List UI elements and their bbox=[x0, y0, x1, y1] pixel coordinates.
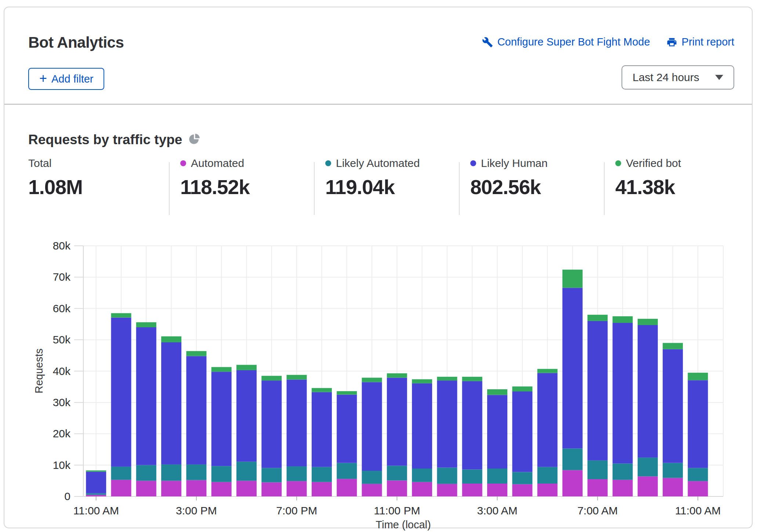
bar-hour-13[interactable] bbox=[412, 379, 432, 496]
bar-segment[interactable] bbox=[512, 391, 532, 472]
bar-segment[interactable] bbox=[337, 463, 357, 479]
bar-segment[interactable] bbox=[261, 468, 282, 482]
bar-hour-21[interactable] bbox=[613, 316, 633, 496]
bar-hour-8[interactable] bbox=[287, 375, 307, 496]
bar-segment[interactable] bbox=[688, 481, 708, 496]
bar-segment[interactable] bbox=[312, 392, 332, 467]
bar-segment[interactable] bbox=[111, 467, 131, 480]
bar-segment[interactable] bbox=[638, 319, 658, 325]
bar-segment[interactable] bbox=[136, 481, 156, 496]
bar-segment[interactable] bbox=[663, 478, 683, 496]
bar-segment[interactable] bbox=[613, 316, 633, 323]
bar-segment[interactable] bbox=[587, 460, 608, 479]
bar-segment[interactable] bbox=[437, 377, 457, 380]
bar-hour-10[interactable] bbox=[337, 391, 357, 496]
bar-segment[interactable] bbox=[211, 466, 232, 482]
bar-hour-6[interactable] bbox=[236, 365, 257, 496]
bar-segment[interactable] bbox=[462, 377, 482, 381]
bar-segment[interactable] bbox=[161, 481, 181, 496]
bar-segment[interactable] bbox=[362, 382, 382, 471]
bar-segment[interactable] bbox=[312, 482, 332, 496]
bar-segment[interactable] bbox=[337, 391, 357, 394]
time-range-select[interactable]: Last 24 hours bbox=[622, 65, 734, 90]
bar-segment[interactable] bbox=[537, 373, 558, 467]
bar-hour-7[interactable] bbox=[261, 376, 282, 496]
bar-segment[interactable] bbox=[462, 470, 482, 484]
bar-segment[interactable] bbox=[136, 465, 156, 481]
bar-segment[interactable] bbox=[186, 464, 206, 480]
bar-segment[interactable] bbox=[362, 471, 382, 484]
bar-hour-24[interactable] bbox=[688, 373, 708, 496]
bar-segment[interactable] bbox=[236, 365, 257, 370]
bar-segment[interactable] bbox=[111, 318, 131, 467]
bar-segment[interactable] bbox=[437, 484, 457, 496]
bar-segment[interactable] bbox=[337, 395, 357, 463]
bar-segment[interactable] bbox=[587, 321, 608, 460]
bar-segment[interactable] bbox=[387, 480, 407, 496]
bar-segment[interactable] bbox=[186, 356, 206, 464]
bar-segment[interactable] bbox=[487, 469, 507, 484]
bar-segment[interactable] bbox=[136, 327, 156, 465]
bar-hour-11[interactable] bbox=[362, 378, 382, 496]
bar-hour-0[interactable] bbox=[86, 470, 106, 496]
bar-hour-17[interactable] bbox=[512, 386, 532, 496]
bar-hour-19[interactable] bbox=[562, 270, 583, 496]
bar-segment[interactable] bbox=[211, 367, 232, 372]
bar-segment[interactable] bbox=[562, 470, 583, 496]
bar-segment[interactable] bbox=[562, 270, 583, 288]
bar-segment[interactable] bbox=[387, 466, 407, 480]
bar-segment[interactable] bbox=[236, 481, 257, 496]
bar-segment[interactable] bbox=[412, 482, 432, 496]
bar-segment[interactable] bbox=[688, 373, 708, 380]
bar-segment[interactable] bbox=[86, 495, 106, 496]
bar-segment[interactable] bbox=[437, 380, 457, 467]
bar-segment[interactable] bbox=[261, 380, 282, 468]
bar-segment[interactable] bbox=[161, 464, 181, 481]
bar-segment[interactable] bbox=[111, 313, 131, 318]
bar-segment[interactable] bbox=[512, 386, 532, 391]
bar-segment[interactable] bbox=[312, 467, 332, 482]
bar-hour-14[interactable] bbox=[437, 377, 457, 496]
bar-segment[interactable] bbox=[688, 468, 708, 481]
stat-likely-automated[interactable]: Likely Automated 119.04k bbox=[325, 157, 420, 199]
bar-segment[interactable] bbox=[663, 349, 683, 463]
bar-segment[interactable] bbox=[613, 323, 633, 463]
bar-segment[interactable] bbox=[437, 467, 457, 484]
stat-verified-bot[interactable]: Verified bot 41.38k bbox=[615, 157, 681, 199]
bar-hour-23[interactable] bbox=[663, 343, 683, 496]
bar-segment[interactable] bbox=[412, 379, 432, 383]
bar-hour-16[interactable] bbox=[487, 389, 507, 496]
bar-segment[interactable] bbox=[537, 484, 558, 496]
bar-segment[interactable] bbox=[663, 343, 683, 349]
bar-hour-5[interactable] bbox=[211, 367, 232, 496]
bar-segment[interactable] bbox=[462, 484, 482, 496]
bar-segment[interactable] bbox=[261, 376, 282, 380]
bar-segment[interactable] bbox=[487, 484, 507, 496]
bar-segment[interactable] bbox=[261, 482, 282, 496]
bar-hour-20[interactable] bbox=[587, 315, 608, 496]
bar-segment[interactable] bbox=[638, 458, 658, 476]
bar-hour-22[interactable] bbox=[638, 319, 658, 496]
bar-segment[interactable] bbox=[111, 480, 131, 496]
bar-segment[interactable] bbox=[236, 462, 257, 481]
bar-segment[interactable] bbox=[186, 480, 206, 496]
bar-segment[interactable] bbox=[613, 480, 633, 496]
bar-hour-3[interactable] bbox=[161, 336, 181, 496]
bar-segment[interactable] bbox=[236, 370, 257, 462]
configure-super-bot-fight-mode-link[interactable]: Configure Super Bot Fight Mode bbox=[482, 36, 650, 48]
bar-hour-4[interactable] bbox=[186, 351, 206, 496]
bar-segment[interactable] bbox=[312, 388, 332, 392]
bar-hour-18[interactable] bbox=[537, 369, 558, 496]
bar-segment[interactable] bbox=[412, 469, 432, 482]
bar-segment[interactable] bbox=[161, 336, 181, 342]
bar-segment[interactable] bbox=[537, 467, 558, 484]
bar-segment[interactable] bbox=[211, 482, 232, 496]
bar-segment[interactable] bbox=[688, 380, 708, 468]
stat-automated[interactable]: Automated 118.52k bbox=[180, 157, 250, 199]
bar-hour-15[interactable] bbox=[462, 377, 482, 496]
bar-segment[interactable] bbox=[362, 484, 382, 496]
bar-segment[interactable] bbox=[663, 463, 683, 478]
stat-likely-human[interactable]: Likely Human 802.56k bbox=[470, 157, 548, 199]
print-report-link[interactable]: Print report bbox=[666, 36, 734, 48]
bar-segment[interactable] bbox=[487, 395, 507, 469]
